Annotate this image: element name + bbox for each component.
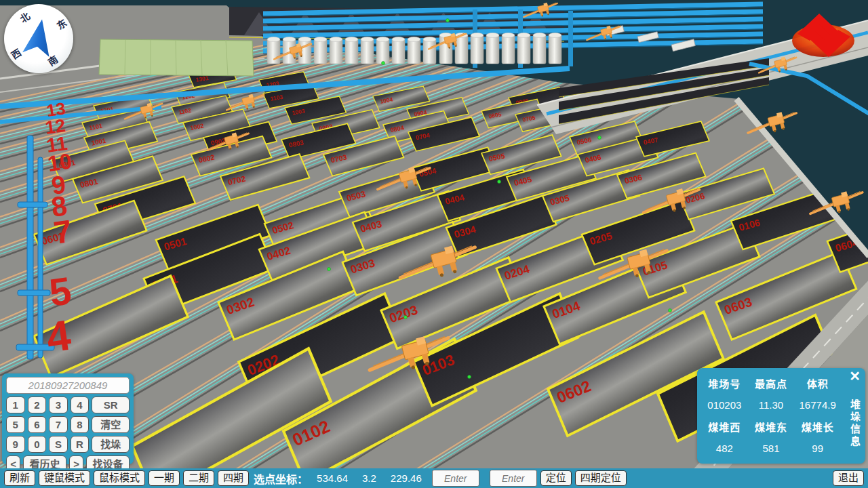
keypad-button-find-pile[interactable]: 找垛 — [92, 436, 130, 453]
silo — [376, 39, 389, 64]
max-point-value: 11.30 — [748, 399, 795, 411]
silo — [392, 39, 405, 64]
silo-top — [549, 33, 561, 38]
status-dot — [669, 309, 672, 312]
silo-top — [502, 33, 515, 38]
keypad-button-0[interactable]: 0 — [28, 436, 47, 453]
close-icon[interactable]: ✕ — [849, 369, 861, 384]
status-dot — [498, 180, 501, 184]
pipe-rack — [27, 136, 33, 359]
pile-length-header: 煤堆长 — [794, 420, 841, 434]
keypad-button-2[interactable]: 2 — [28, 396, 47, 413]
phase-4-button[interactable]: 四期 — [218, 470, 249, 486]
pile-code-display[interactable] — [6, 377, 130, 394]
pipe-elbow — [18, 202, 47, 207]
silo-top — [392, 37, 405, 42]
silo-top — [376, 37, 389, 42]
pile-east-header: 煤堆东 — [748, 420, 795, 434]
enter-input-1[interactable] — [432, 470, 479, 487]
pile-east-value: 581 — [748, 443, 795, 454]
status-dot — [328, 268, 331, 271]
phase-1-button[interactable]: 一期 — [149, 470, 180, 486]
silo — [423, 39, 436, 64]
keypad-button-r[interactable]: R — [71, 436, 90, 453]
silo-top — [408, 37, 420, 42]
volume-value: 16774.9 — [794, 399, 841, 411]
keypad-button-clear[interactable]: 清空 — [92, 416, 130, 433]
status-dot — [404, 316, 408, 319]
keypad-button-8[interactable]: 8 — [71, 416, 90, 433]
silo-top — [533, 33, 546, 38]
pile-info-vertical-title: 堆垛信息 — [848, 399, 862, 448]
silo — [486, 35, 499, 64]
status-dot — [382, 62, 385, 65]
status-dot — [598, 136, 601, 140]
exit-button[interactable]: 退出 — [833, 470, 864, 486]
silo — [314, 39, 327, 64]
coord-x-value: 534.64 — [317, 472, 348, 484]
compass-arrow-icon — [15, 13, 63, 64]
keypad-button-9[interactable]: 9 — [6, 436, 25, 453]
coord-z-value: 229.46 — [391, 472, 422, 484]
keypad-panel: 1234SR5678清空90SR找垛<看历史>找设备 — [2, 373, 134, 464]
app-window: 1301120112021203110111021103100110021003… — [0, 0, 868, 488]
silo — [330, 39, 342, 64]
pile-info-grid: 堆场号 最高点 体积 010203 11.30 16774.9 煤堆西 煤堆东 … — [701, 376, 841, 454]
silo — [267, 39, 280, 64]
company-logo — [791, 8, 856, 62]
phase-4-locate-button[interactable]: 四期定位 — [575, 470, 627, 486]
keypad-button-7[interactable]: 7 — [49, 416, 68, 433]
keypad-button-5[interactable]: 5 — [6, 416, 25, 433]
silo-top — [471, 33, 484, 38]
silo — [517, 35, 530, 64]
silo — [408, 39, 420, 64]
pile-west-header: 煤堆西 — [701, 420, 748, 434]
enter-input-2[interactable] — [490, 470, 537, 487]
silo-top — [345, 37, 358, 42]
silo-top — [486, 33, 499, 38]
silo — [502, 35, 515, 64]
yard-no-value: 010203 — [701, 399, 748, 411]
phase-2-button[interactable]: 二期 — [183, 470, 214, 486]
silo-top — [298, 37, 311, 42]
keypad-button-3[interactable]: 3 — [49, 396, 68, 413]
pile-info-panel: ✕ 堆场号 最高点 体积 010203 11.30 16774.9 煤堆西 煤堆… — [697, 368, 865, 464]
silo-top — [330, 37, 342, 42]
silo — [471, 35, 484, 64]
silo-top — [314, 37, 327, 42]
silo — [533, 35, 546, 64]
silo-top — [423, 37, 436, 42]
yard-no-header: 堆场号 — [701, 376, 748, 390]
keypad-buttons: 1234SR5678清空90SR找垛<看历史>找设备 — [6, 396, 130, 472]
silo-top — [361, 37, 374, 42]
silo-top — [517, 33, 530, 38]
refresh-button[interactable]: 刷新 — [4, 470, 35, 486]
status-dot — [446, 19, 450, 22]
keypad-button-s[interactable]: S — [49, 436, 68, 453]
conveyor-tower — [568, 11, 573, 66]
point-coords-label: 选点坐标： — [254, 470, 308, 487]
bottom-toolbar: 刷新 键鼠模式 鼠标模式 一期 二期 四期 选点坐标： 534.64 3.2 2… — [0, 468, 868, 488]
silo — [549, 35, 561, 64]
locate-button[interactable]: 定位 — [540, 470, 572, 486]
compass[interactable]: 北 东 南 西 — [4, 4, 73, 73]
pile-west-value: 482 — [701, 443, 748, 454]
pipe-rack — [38, 157, 43, 358]
pipe-elbow — [18, 290, 50, 296]
mouse-mode-button[interactable]: 鼠标模式 — [94, 470, 145, 486]
volume-header: 体积 — [794, 376, 841, 390]
keypad-button-1[interactable]: 1 — [6, 396, 25, 413]
silo — [345, 39, 358, 64]
keypad-button-sr[interactable]: SR — [92, 396, 130, 413]
silo — [455, 35, 468, 64]
pile-length-value: 99 — [794, 443, 841, 454]
silo-top — [283, 37, 296, 42]
silo — [361, 39, 374, 64]
max-point-header: 最高点 — [748, 376, 795, 390]
status-dot — [468, 375, 471, 379]
coord-y-value: 3.2 — [362, 472, 376, 484]
keypad-button-6[interactable]: 6 — [28, 416, 47, 433]
keyboard-mouse-mode-button[interactable]: 键鼠模式 — [39, 470, 90, 486]
silo-top — [267, 37, 280, 42]
keypad-button-4[interactable]: 4 — [71, 396, 90, 413]
